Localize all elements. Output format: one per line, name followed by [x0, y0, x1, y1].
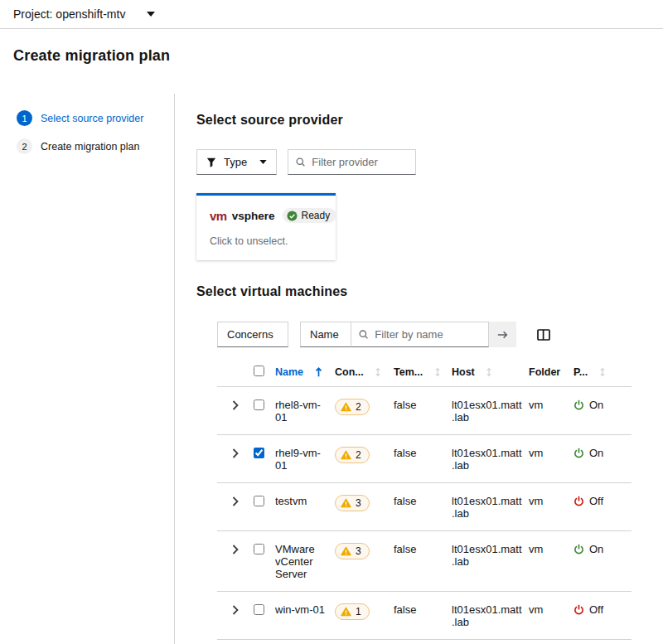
- page-title: Create migration plan: [0, 29, 663, 65]
- table-row: rhel9-vm-01 2 false lt01esx01.matt.lab v…: [217, 435, 632, 483]
- chevron-right-icon: [232, 448, 239, 458]
- provider-section-heading: Select source provider: [196, 113, 663, 128]
- expand-row-button[interactable]: [230, 603, 240, 617]
- sort-icon: [486, 367, 492, 377]
- vm-table: Name Con... Tem... Host: [217, 358, 632, 640]
- template-cell: false: [394, 531, 452, 592]
- chevron-down-icon: [147, 12, 155, 17]
- name-filter-label: Name: [310, 328, 339, 341]
- vmware-logo: vm: [210, 209, 227, 223]
- name-filter-dropdown[interactable]: Name: [300, 322, 351, 347]
- vm-toolbar: Concerns Name: [217, 322, 663, 347]
- wizard-nav: 1 Select source provider 2 Create migrat…: [0, 94, 175, 644]
- power-icon: [573, 604, 584, 615]
- chevron-down-icon: [259, 160, 267, 164]
- power-indicator: Off: [573, 495, 603, 507]
- row-select-checkbox[interactable]: [254, 544, 264, 554]
- expand-row-button[interactable]: [230, 447, 240, 460]
- column-header-template[interactable]: Tem...: [394, 358, 452, 387]
- concerns-badge[interactable]: 2: [335, 447, 370, 463]
- template-cell: false: [394, 435, 452, 483]
- vm-name-cell: rhel9-vm-01: [275, 435, 335, 483]
- wizard-step-create-migration-plan[interactable]: 2 Create migration plan: [17, 138, 174, 154]
- concerns-filter-dropdown[interactable]: Concerns: [217, 322, 288, 347]
- project-selector-label[interactable]: Project: openshift-mtv: [13, 7, 125, 21]
- chevron-right-icon: [232, 545, 239, 554]
- expand-row-button[interactable]: [230, 543, 240, 556]
- warning-triangle-icon: [341, 498, 351, 508]
- provider-card-vsphere[interactable]: vm vsphere Ready Click to unselect.: [196, 193, 336, 260]
- row-select-checkbox[interactable]: [254, 399, 264, 410]
- table-row: VMware vCenter Server 3 false lt01esx01.…: [217, 531, 632, 592]
- status-text: Ready: [301, 210, 330, 221]
- column-header-name[interactable]: Name: [275, 358, 335, 387]
- apply-filter-button[interactable]: [489, 322, 516, 347]
- folder-cell: vm: [529, 483, 573, 531]
- column-header-power[interactable]: P...: [573, 358, 632, 387]
- select-all-checkbox[interactable]: [254, 366, 264, 376]
- arrow-right-icon: [496, 329, 509, 341]
- vm-name-cell: VMware vCenter Server: [275, 531, 335, 592]
- concerns-badge[interactable]: 2: [335, 399, 370, 415]
- template-cell: false: [394, 483, 452, 531]
- type-filter-label: Type: [224, 156, 247, 168]
- provider-toolbar: Type: [196, 149, 663, 175]
- search-icon: [296, 157, 305, 167]
- concerns-badge[interactable]: 3: [335, 495, 370, 511]
- folder-cell: vm: [529, 435, 573, 483]
- vm-name-cell: win-vm-01: [275, 592, 335, 640]
- warning-triangle-icon: [341, 546, 351, 556]
- power-icon: [573, 399, 584, 410]
- template-cell: false: [394, 387, 452, 435]
- expand-row-button[interactable]: [230, 495, 240, 508]
- sort-icon: [434, 367, 441, 377]
- masthead: Project: openshift-mtv: [0, 0, 663, 29]
- column-header-folder[interactable]: Folder: [529, 358, 573, 387]
- search-icon: [359, 329, 368, 340]
- power-indicator: Off: [573, 603, 603, 616]
- row-select-checkbox[interactable]: [254, 604, 264, 615]
- sort-ascending-icon: [315, 367, 322, 377]
- manage-columns-button[interactable]: [537, 329, 550, 341]
- provider-search-input[interactable]: [312, 156, 408, 168]
- sort-icon: [599, 367, 606, 377]
- row-select-checkbox[interactable]: [254, 496, 264, 506]
- vm-name-search-input[interactable]: [375, 328, 481, 341]
- power-icon: [573, 496, 584, 506]
- column-header-concerns[interactable]: Con...: [335, 358, 394, 387]
- wizard-main: Select source provider Type vm vsphere R…: [175, 94, 663, 644]
- concerns-badge[interactable]: 1: [335, 603, 370, 620]
- step-number-badge: 1: [17, 110, 32, 126]
- host-cell: lt01esx01.matt.lab: [452, 592, 529, 640]
- chevron-right-icon: [232, 496, 239, 506]
- row-select-checkbox[interactable]: [254, 448, 264, 458]
- sort-icon: [375, 367, 381, 377]
- host-cell: lt01esx01.matt.lab: [452, 531, 529, 592]
- concerns-badge[interactable]: 3: [335, 543, 370, 559]
- type-filter-dropdown[interactable]: Type: [196, 149, 277, 175]
- project-selector-caret[interactable]: [147, 12, 155, 17]
- step-label: Select source provider: [41, 113, 143, 124]
- provider-card-hint: Click to unselect.: [210, 235, 322, 247]
- folder-cell: vm: [529, 531, 573, 592]
- vm-table-header-row: Name Con... Tem... Host: [217, 358, 632, 387]
- power-indicator: On: [573, 543, 603, 555]
- table-row: rhel8-vm-01 2 false lt01esx01.matt.lab v…: [217, 387, 632, 435]
- filter-funnel-icon: [206, 157, 216, 167]
- provider-search: [288, 149, 416, 175]
- chevron-right-icon: [232, 400, 239, 410]
- expand-row-button[interactable]: [230, 399, 240, 412]
- warning-triangle-icon: [341, 402, 351, 412]
- columns-icon: [537, 329, 550, 341]
- power-indicator: On: [573, 399, 603, 411]
- vm-name-search: [351, 322, 489, 347]
- wizard-step-select-source-provider[interactable]: 1 Select source provider: [17, 110, 174, 126]
- provider-name: vsphere: [232, 210, 275, 222]
- check-circle-icon: [287, 211, 298, 221]
- column-header-host[interactable]: Host: [452, 358, 529, 387]
- template-cell: false: [394, 592, 452, 640]
- power-icon: [573, 448, 584, 458]
- provider-card-header: vm vsphere Ready: [210, 208, 322, 223]
- step-number-badge: 2: [17, 138, 32, 154]
- warning-triangle-icon: [341, 450, 351, 460]
